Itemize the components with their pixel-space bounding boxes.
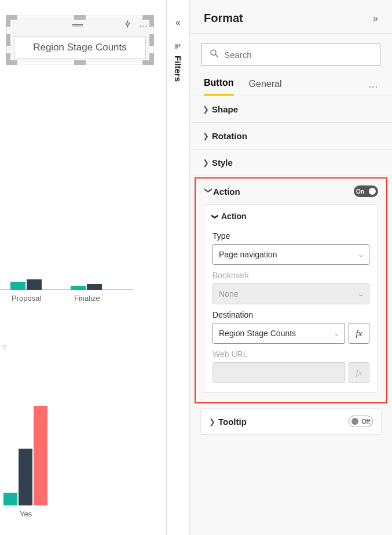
chevron-down-icon: ❯ [204, 187, 213, 196]
button-title[interactable]: Region Stage Counts [14, 36, 146, 59]
chevron-right-icon: ❯ [203, 132, 212, 140]
section-tooltip[interactable]: ❯ Tooltip Off [201, 409, 381, 434]
destination-select[interactable]: Region Stage Counts ⌵ [213, 323, 345, 344]
weburl-input [213, 362, 345, 383]
svg-rect-2 [179, 44, 181, 46]
format-pane-header: Format » [190, 0, 392, 33]
type-label: Type [213, 231, 369, 241]
search-icon [209, 48, 219, 61]
destination-label: Destination [213, 310, 369, 319]
report-canvas[interactable]: ══ ··· Region Stage Counts Proposal Fina… [0, 0, 167, 535]
format-pane: Format » Button General ··· ❯ Shape ❯ Ro… [190, 0, 392, 535]
action-sub-header[interactable]: ❯ Action [213, 212, 369, 225]
format-pane-title: Format [204, 12, 373, 25]
chart-fragment-yes: Yes [0, 388, 75, 522]
tab-button[interactable]: Button [204, 78, 234, 96]
section-shape[interactable]: ❯ Shape [190, 96, 392, 122]
filters-rail-label: Filters [173, 56, 183, 82]
filters-pane-collapsed[interactable]: « Filters [167, 0, 190, 535]
bookmark-label: Bookmark [213, 271, 369, 280]
chevron-down-icon: ❯ [211, 214, 219, 219]
tooltip-card: ❯ Tooltip Off [200, 408, 382, 435]
weburl-label: Web URL [213, 350, 369, 359]
chevron-down-icon: ⌵ [335, 330, 339, 337]
ellipsis-icon[interactable]: ··· [139, 20, 148, 30]
action-toggle[interactable]: On [354, 185, 378, 197]
tooltip-toggle[interactable]: Off [349, 416, 373, 427]
type-select[interactable]: Page navigation ⌵ [213, 244, 369, 265]
svg-rect-0 [175, 44, 177, 49]
svg-line-4 [215, 54, 218, 57]
svg-rect-1 [177, 44, 178, 48]
chevron-right-icon: ❯ [203, 158, 212, 167]
chevron-down-icon: ⌵ [359, 251, 363, 259]
tab-general[interactable]: General [249, 79, 282, 95]
chart-fragment-proposal-finalize: Proposal Finalize [0, 267, 133, 307]
button-visual-selected[interactable]: ══ ··· Region Stage Counts [7, 16, 153, 64]
action-section-highlight: ❯ Action On ❯ Action Type Page navigatio… [195, 177, 387, 403]
axis-label-fragment: e [2, 342, 6, 351]
chevron-down-icon: ⌵ [359, 290, 363, 298]
grip-icon[interactable]: ══ [72, 20, 82, 30]
section-style[interactable]: ❯ Style [190, 150, 392, 176]
weburl-fx-button: fx [349, 362, 369, 383]
chevron-right-icon: ❯ [209, 417, 218, 426]
expand-filters-icon[interactable]: « [175, 17, 181, 28]
section-action[interactable]: ❯ Action On [198, 181, 384, 201]
search-box[interactable] [202, 43, 380, 66]
tabs-more-icon[interactable]: ··· [369, 82, 378, 92]
expand-pane-icon[interactable]: » [373, 13, 378, 24]
svg-point-3 [211, 50, 216, 55]
destination-fx-button[interactable]: fx [349, 323, 369, 344]
format-tabs: Button General ··· [190, 72, 392, 96]
action-card: ❯ Action Type Page navigation ⌵ Bookmark… [204, 204, 378, 393]
bookmark-select: None ⌵ [213, 283, 369, 304]
pin-icon[interactable] [123, 20, 132, 31]
search-input[interactable] [224, 50, 373, 60]
section-rotation[interactable]: ❯ Rotation [190, 123, 392, 149]
filter-icon [174, 43, 182, 52]
chevron-right-icon: ❯ [203, 105, 212, 114]
